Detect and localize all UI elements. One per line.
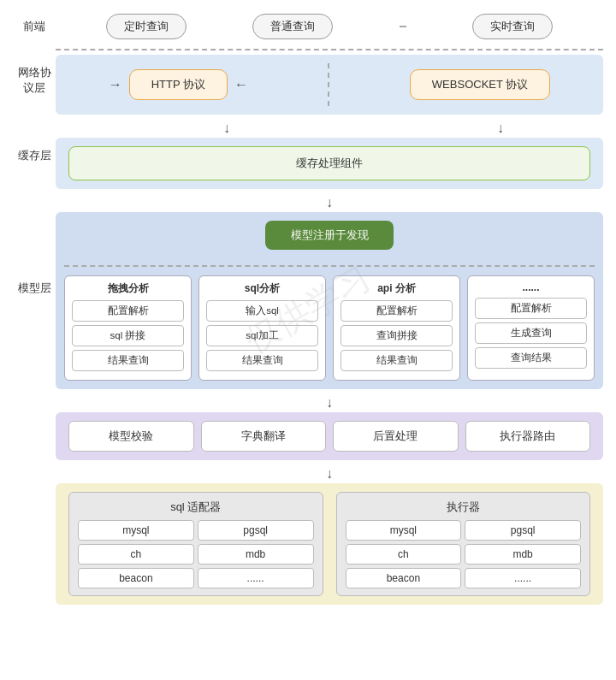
sql-cell-2: ch xyxy=(78,544,194,565)
down-arrow-2: ↓ xyxy=(326,193,333,212)
network-bg: → HTTP 协议 ← WEBSOCKET 协议 xyxy=(56,55,603,115)
down-arrow-ws: ↓ xyxy=(398,119,603,138)
network-body: → HTTP 协议 ← WEBSOCKET 协议 xyxy=(56,55,603,115)
executor-title: 执行器 xyxy=(346,500,582,515)
col0-item2: 结果查询 xyxy=(72,350,184,371)
sql-cell-4: beacon xyxy=(78,568,194,588)
down-arrow-1: ↓ xyxy=(56,119,398,138)
exec-cell-3: mdb xyxy=(465,544,581,565)
dotted-spacer xyxy=(400,26,406,27)
arrow-from-frontend2: ← xyxy=(234,77,248,92)
frontend-body: 定时查询 普通查询 实时查询 xyxy=(56,9,603,44)
col0-title: 拖拽分析 xyxy=(72,281,184,296)
executor-label xyxy=(13,483,56,494)
cache-label: 缓存层 xyxy=(13,138,56,163)
model-layer: 模型层 模型注册于发现 拖拽分析 配置解析 sql 拼接 结果查询 xyxy=(13,212,603,389)
network-layer: 网络协议层 → HTTP 协议 ← WEBSOCKET 协议 xyxy=(13,55,603,115)
executor-block: 执行器 mysql pgsql ch mdb beacon ...... xyxy=(336,492,591,596)
proc-box-2: 后置处理 xyxy=(333,421,459,452)
processing-body: 模型校验 字典翻译 后置处理 执行器路由 xyxy=(56,412,603,460)
frontend-boxes: 定时查询 普通查询 实时查询 xyxy=(56,9,603,44)
col2-title: api 分析 xyxy=(341,281,453,296)
processing-label xyxy=(13,412,56,423)
model-body: 模型注册于发现 拖拽分析 配置解析 sql 拼接 结果查询 s xyxy=(56,212,603,389)
proc-bg: 模型校验 字典翻译 后置处理 执行器路由 xyxy=(56,412,603,460)
model-register-box: 模型注册于发现 xyxy=(265,221,394,250)
col1-item1: sql加工 xyxy=(206,325,318,346)
exec-cell-4: beacon xyxy=(346,568,462,588)
model-col-3: ...... 配置解析 生成查询 查询结果 xyxy=(467,275,595,381)
proc-box-3: 执行器路由 xyxy=(465,421,591,452)
col3-item2: 查询结果 xyxy=(475,347,587,369)
frontend-layer: 前端 定时查询 普通查询 实时查询 xyxy=(13,9,603,44)
dotted-divider-line xyxy=(56,49,603,50)
model-label: 模型层 xyxy=(13,212,56,296)
frontend-label: 前端 xyxy=(13,9,56,34)
cache-body: 缓存处理组件 xyxy=(56,138,603,189)
executor-grid: mysql pgsql ch mdb beacon ...... xyxy=(346,520,582,588)
down-arrow-3: ↓ xyxy=(326,393,333,412)
executor-body: sql 适配器 mysql pgsql ch mdb beacon ......… xyxy=(56,483,603,605)
proc-box-0: 模型校验 xyxy=(68,421,194,452)
scheduled-query-box: 定时查询 xyxy=(106,14,187,39)
cache-layer: 缓存层 缓存处理组件 xyxy=(13,138,603,189)
col1-item2: 结果查询 xyxy=(206,350,318,371)
normal-query-box: 普通查询 xyxy=(252,14,333,39)
sql-adapter-title: sql 适配器 xyxy=(78,500,314,515)
col3-item0: 配置解析 xyxy=(475,298,587,319)
arrow-proc-exec: ↓ xyxy=(56,464,603,483)
model-col-1: sql分析 输入sql sql加工 结果查询 xyxy=(198,275,326,381)
http-section: → HTTP 协议 ← xyxy=(109,69,248,100)
sql-cell-5: ...... xyxy=(198,568,314,588)
proc-box-1: 字典翻译 xyxy=(201,421,327,452)
vertical-dotted-divider xyxy=(328,63,329,106)
processing-layer: 模型校验 字典翻译 后置处理 执行器路由 xyxy=(13,412,603,460)
col0-item0: 配置解析 xyxy=(72,300,184,322)
arrow-cache-model: ↓ xyxy=(56,193,603,212)
model-columns: 拖拽分析 配置解析 sql 拼接 结果查询 sql分析 输入sql sql加工 … xyxy=(64,275,595,381)
sql-cell-3: mdb xyxy=(198,544,314,565)
model-bg: 模型注册于发现 拖拽分析 配置解析 sql 拼接 结果查询 s xyxy=(56,212,603,389)
sql-cell-0: mysql xyxy=(78,520,194,541)
col3-item1: 生成查询 xyxy=(475,322,587,344)
cache-bg: 缓存处理组件 xyxy=(56,138,603,189)
model-dotted-divider xyxy=(64,265,595,267)
http-box: HTTP 协议 xyxy=(129,69,228,100)
down-arrow-4: ↓ xyxy=(326,464,333,483)
model-col-2: api 分析 配置解析 查询拼接 结果查询 xyxy=(333,275,460,381)
exec-bg: sql 适配器 mysql pgsql ch mdb beacon ......… xyxy=(56,483,603,605)
col2-item2: 结果查询 xyxy=(341,350,453,371)
sql-cell-1: pgsql xyxy=(198,520,314,541)
network-label: 网络协议层 xyxy=(13,55,56,96)
col1-item0: 输入sql xyxy=(206,300,318,322)
register-row: 模型注册于发现 xyxy=(64,221,595,258)
arrow-network-cache: ↓ ↓ xyxy=(56,119,603,138)
col1-title: sql分析 xyxy=(206,281,318,296)
realtime-query-box: 实时查询 xyxy=(472,14,553,39)
ws-box: WEBSOCKET 协议 xyxy=(410,69,550,100)
sql-adapter-block: sql 适配器 mysql pgsql ch mdb beacon ...... xyxy=(68,492,323,596)
exec-cell-1: pgsql xyxy=(465,520,581,541)
col3-title: ...... xyxy=(475,281,587,293)
sql-adapter-grid: mysql pgsql ch mdb beacon ...... xyxy=(78,520,314,588)
executor-layer: sql 适配器 mysql pgsql ch mdb beacon ......… xyxy=(13,483,603,605)
col0-item1: sql 拼接 xyxy=(72,325,184,346)
model-col-0: 拖拽分析 配置解析 sql 拼接 结果查询 xyxy=(64,275,192,381)
col2-item0: 配置解析 xyxy=(341,300,453,322)
arrow-model-proc: ↓ xyxy=(56,393,603,412)
cache-component-box: 缓存处理组件 xyxy=(68,146,590,180)
exec-cell-2: ch xyxy=(346,544,462,565)
col2-item1: 查询拼接 xyxy=(341,325,453,346)
dotted-divider-row xyxy=(56,49,603,50)
arrow-to-http: → xyxy=(109,77,122,92)
exec-cell-0: mysql xyxy=(346,520,462,541)
exec-cell-5: ...... xyxy=(465,568,581,588)
